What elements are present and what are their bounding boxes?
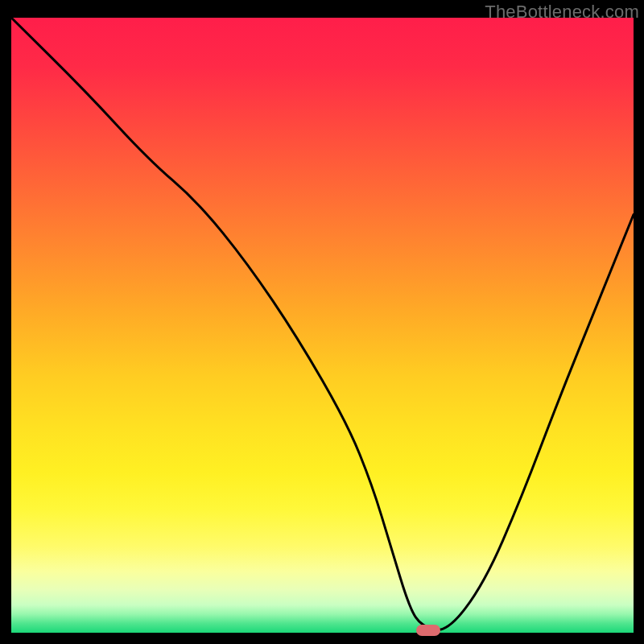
watermark-text: TheBottleneck.com [485,2,639,23]
bottleneck-curve [11,18,634,633]
plot-area [11,18,634,633]
curve-path [11,18,634,630]
optimal-point-marker [416,625,440,636]
chart-frame: TheBottleneck.com [0,0,644,644]
